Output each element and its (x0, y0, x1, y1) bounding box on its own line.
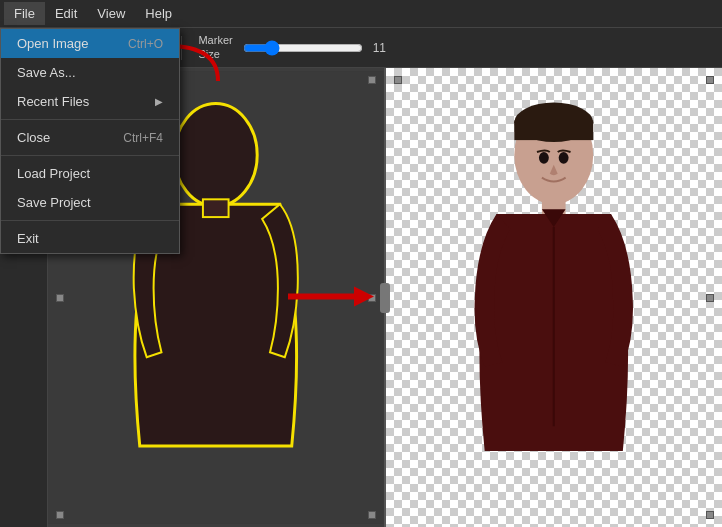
handle-mid-right[interactable] (368, 294, 376, 302)
handle-bottom-left[interactable] (56, 511, 64, 519)
right-canvas-svg (386, 68, 722, 527)
handle-right-top-left[interactable] (394, 76, 402, 84)
menu-save-project[interactable]: Save Project (1, 188, 179, 217)
handle-right-top-right[interactable] (706, 76, 714, 84)
menu-open-image[interactable]: Open Image Ctrl+O (1, 29, 179, 58)
menu-load-project[interactable]: Load Project (1, 159, 179, 188)
marker-size-value: 11 (373, 41, 393, 55)
menu-separator-1 (1, 119, 179, 120)
recent-files-arrow: ▶ (155, 96, 163, 107)
menu-exit[interactable]: Exit (1, 224, 179, 253)
menu-edit[interactable]: Edit (45, 2, 87, 25)
menu-separator-3 (1, 220, 179, 221)
handle-right-mid-right[interactable] (706, 294, 714, 302)
menu-close[interactable]: Close Ctrl+F4 (1, 123, 179, 152)
file-dropdown-menu: Open Image Ctrl+O Save As... Recent File… (0, 28, 180, 254)
menu-save-as[interactable]: Save As... (1, 58, 179, 87)
svg-rect-5 (515, 120, 594, 140)
divider-handle[interactable] (380, 283, 390, 313)
svg-rect-2 (203, 199, 229, 217)
menu-view[interactable]: View (87, 2, 135, 25)
svg-point-9 (559, 152, 569, 164)
svg-point-1 (174, 104, 257, 207)
menu-recent-files[interactable]: Recent Files ▶ (1, 87, 179, 116)
menu-separator-2 (1, 155, 179, 156)
marker-size-slider[interactable] (243, 40, 363, 56)
handle-mid-left[interactable] (56, 294, 64, 302)
menu-file[interactable]: File (4, 2, 45, 25)
menu-help[interactable]: Help (135, 2, 182, 25)
toolbar-separator (181, 36, 182, 60)
handle-top-right[interactable] (368, 76, 376, 84)
svg-point-8 (539, 152, 549, 164)
handle-right-bottom-right[interactable] (706, 511, 714, 519)
panel-divider[interactable] (384, 68, 387, 527)
menu-bar: File Edit View Help Open Image Ctrl+O Sa… (0, 0, 722, 28)
right-image-panel[interactable] (386, 68, 722, 527)
handle-bottom-right[interactable] (368, 511, 376, 519)
marker-size-label: MarkerSize (198, 34, 232, 60)
